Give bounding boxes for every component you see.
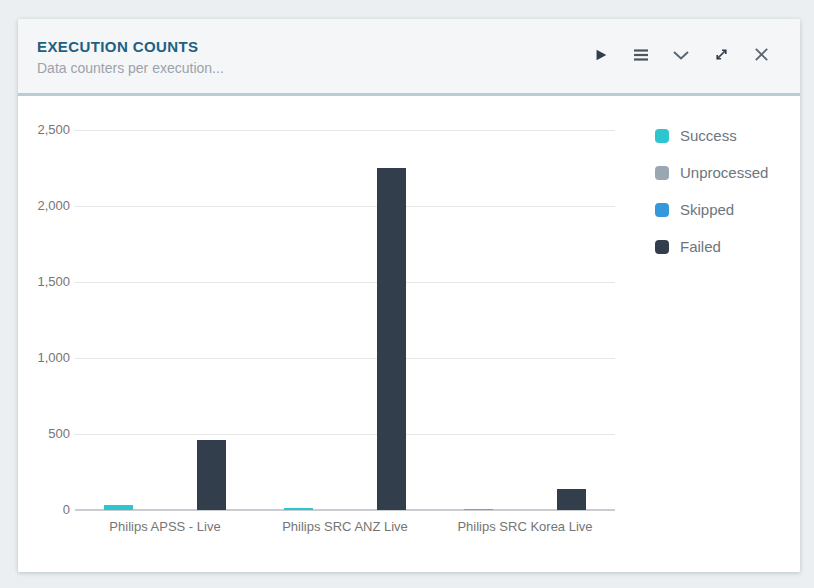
legend-label: Success: [680, 129, 737, 143]
y-axis-tick-label: 1,000: [18, 350, 70, 366]
chart-legend: SuccessUnprocessedSkippedFailed: [655, 129, 768, 277]
bar-success-2[interactable]: [284, 508, 313, 510]
y-axis-tick-label: 2,500: [18, 122, 70, 138]
execution-counts-widget: EXECUTION COUNTS Data counters per execu…: [18, 19, 800, 572]
legend-label: Unprocessed: [680, 166, 768, 180]
gridline: [75, 358, 615, 359]
gridline: [75, 130, 615, 131]
y-axis-tick-label: 1,500: [18, 274, 70, 290]
expand-icon: [713, 46, 730, 66]
chevron-down-icon: [672, 46, 690, 67]
bar-success-1[interactable]: [104, 505, 133, 510]
menu-button[interactable]: [632, 47, 650, 65]
legend-item-success: Success: [655, 129, 768, 143]
gridline: [75, 434, 615, 435]
close-button[interactable]: [752, 47, 770, 65]
x-axis-category-label: Philips SRC Korea Live: [435, 519, 615, 534]
x-axis-category-label: Philips SRC ANZ Live: [255, 519, 435, 534]
widget-subtitle: Data counters per execution...: [37, 60, 224, 76]
gridline: [75, 206, 615, 207]
gridline: [75, 509, 615, 511]
y-axis-tick-label: 2,000: [18, 198, 70, 214]
collapse-button[interactable]: [672, 47, 690, 65]
legend-item-failed: Failed: [655, 240, 768, 254]
bar-failed-1[interactable]: [197, 440, 226, 510]
hamburger-menu-icon: [632, 46, 650, 67]
legend-item-unprocessed: Unprocessed: [655, 166, 768, 180]
legend-item-skipped: Skipped: [655, 203, 768, 217]
x-axis-category-label: Philips APSS - Live: [75, 519, 255, 534]
close-icon: [753, 46, 770, 66]
legend-swatch-icon: [655, 203, 669, 217]
legend-swatch-icon: [655, 129, 669, 143]
bar-failed-3[interactable]: [557, 489, 586, 510]
gridline: [75, 282, 615, 283]
chart-canvas: 05001,0001,5002,0002,500Philips APSS - L…: [18, 96, 800, 572]
widget-title: EXECUTION COUNTS: [37, 38, 224, 55]
play-button[interactable]: [592, 47, 610, 65]
legend-swatch-icon: [655, 240, 669, 254]
bar-success-3[interactable]: [464, 509, 493, 510]
widget-actions: [592, 47, 770, 65]
legend-label: Failed: [680, 240, 721, 254]
play-icon: [593, 47, 609, 66]
y-axis-tick-label: 0: [18, 502, 70, 518]
maximize-button[interactable]: [712, 47, 730, 65]
legend-label: Skipped: [680, 203, 734, 217]
widget-header: EXECUTION COUNTS Data counters per execu…: [18, 19, 800, 93]
bar-failed-2[interactable]: [377, 168, 406, 510]
y-axis-tick-label: 500: [18, 426, 70, 442]
legend-swatch-icon: [655, 166, 669, 180]
widget-header-text: EXECUTION COUNTS Data counters per execu…: [37, 36, 224, 76]
